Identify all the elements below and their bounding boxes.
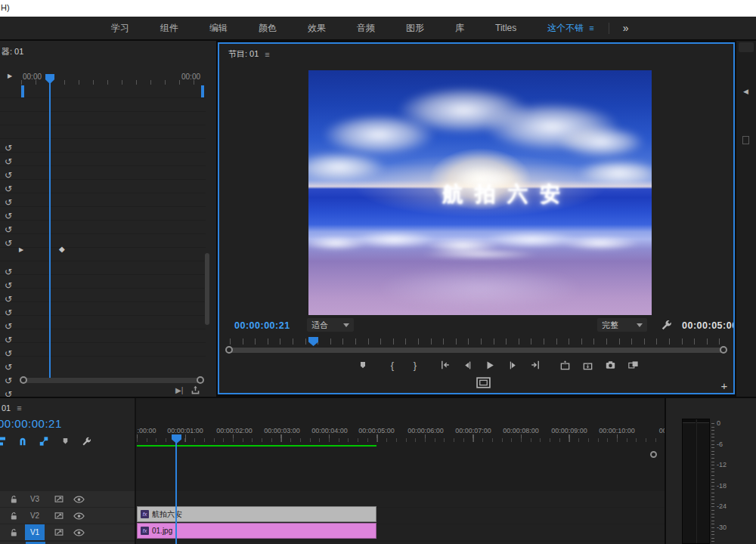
scroll-handle-right[interactable] (720, 346, 727, 354)
ec-playhead-line (49, 83, 51, 379)
reset-parameter-icon[interactable]: ↺ (5, 224, 15, 236)
insert-overwrite-icon[interactable] (0, 434, 12, 448)
zoom-handle-left[interactable] (20, 376, 27, 384)
workspace-tab-menu-icon[interactable]: ≡ (589, 23, 593, 32)
program-scrollbar[interactable] (228, 348, 724, 353)
reset-parameter-icon[interactable]: ↺ (5, 266, 15, 278)
step-forward-button[interactable] (504, 357, 521, 372)
comparison-view-button[interactable] (624, 357, 641, 372)
mark-out-button[interactable]: } (407, 357, 423, 372)
reset-parameter-icon[interactable]: ↺ (5, 280, 15, 292)
sync-lock-icon[interactable] (54, 527, 64, 537)
reset-parameter-icon[interactable]: ↺ (5, 348, 15, 360)
workspace-tab[interactable]: Titles (482, 17, 534, 39)
track-visibility-eye-icon[interactable] (73, 512, 85, 521)
reset-parameter-icon[interactable]: ↺ (5, 320, 15, 332)
reset-parameter-icon[interactable]: ↺ (5, 307, 15, 319)
export-icon[interactable] (191, 385, 200, 395)
workspace-tab[interactable]: 这个不错 ≡ (534, 17, 606, 39)
reset-parameter-icon[interactable]: ↺ (5, 169, 15, 181)
timeline-tab[interactable]: 01 ≡ (2, 403, 22, 413)
effect-controls-tab[interactable]: 器: 01 (2, 46, 23, 57)
program-playhead[interactable] (308, 337, 318, 346)
window-titlebar: H) (0, 0, 756, 17)
ec-vertical-scrollbar[interactable] (205, 253, 209, 325)
safe-margins-button[interactable] (476, 377, 491, 388)
panel-menu-icon[interactable]: ≡ (17, 403, 21, 413)
track-lock-icon[interactable] (9, 494, 19, 505)
track-target-button[interactable]: V1 (25, 524, 45, 540)
timeline-playhead[interactable] (172, 434, 181, 444)
playback-resolution-dropdown[interactable]: 完整 (597, 318, 647, 332)
play-audio-icon[interactable]: ▶| (175, 386, 183, 394)
step-back-button[interactable] (459, 357, 476, 372)
timeline-clip[interactable]: fx 01.jpg (137, 523, 376, 539)
program-settings-wrench-icon[interactable] (660, 319, 674, 332)
clip-label: 航拍六安 (152, 509, 182, 520)
track-lock-icon[interactable] (9, 511, 19, 521)
ruler-label: 00:00:02:00 (216, 427, 253, 434)
property-twirl-icon[interactable]: ▶ (19, 246, 23, 253)
track-target-button[interactable]: V2 (25, 508, 45, 524)
collapse-left-icon[interactable]: ◀ (743, 88, 748, 95)
scroll-handle-left[interactable] (225, 346, 233, 354)
track-visibility-eye-icon[interactable] (73, 528, 85, 537)
add-marker-button[interactable] (355, 357, 371, 372)
program-video-frame[interactable]: 航拍六安 (308, 70, 652, 315)
program-monitor-tab[interactable]: 节目: 01 ≡ (228, 48, 270, 60)
snap-icon[interactable] (12, 434, 33, 448)
play-button[interactable] (482, 357, 498, 372)
keyframe-icon[interactable]: ◆ (59, 245, 65, 253)
go-to-out-button[interactable] (527, 357, 544, 372)
workspace-tab[interactable]: 学习 (98, 17, 147, 39)
reset-parameter-icon[interactable]: ↺ (5, 196, 15, 209)
reset-parameter-icon[interactable]: ↺ (5, 142, 15, 154)
workspace-tab[interactable]: 图形 (393, 17, 442, 39)
timeline-clip[interactable]: fx 航拍六安 (137, 506, 376, 522)
zoom-level-dropdown[interactable]: 适合 (307, 318, 354, 332)
workspace-tab[interactable]: 颜色 (246, 17, 295, 39)
timeline-add-marker-icon[interactable] (54, 434, 76, 448)
timeline-tab-label: 01 (2, 403, 11, 413)
workspace-tab[interactable]: 效果 (295, 17, 344, 39)
lift-button[interactable] (556, 357, 573, 372)
program-time-ruler[interactable] (230, 338, 730, 345)
reset-parameter-icon[interactable]: ↺ (5, 375, 15, 387)
sync-lock-icon[interactable] (54, 494, 64, 504)
sync-lock-icon[interactable] (54, 511, 64, 521)
track-target-button[interactable]: V3 (25, 491, 45, 507)
button-editor-plus[interactable]: + (718, 379, 730, 392)
program-current-timecode[interactable]: 00:00:00:21 (234, 320, 290, 331)
workspace-tab[interactable]: 音频 (344, 17, 393, 39)
timeline-ruler-minor-ticks[interactable] (137, 438, 665, 442)
workspace-overflow-button[interactable]: » (614, 22, 638, 34)
reset-parameter-icon[interactable]: ↺ (5, 156, 15, 168)
collapsed-panel-thumb[interactable] (742, 136, 749, 144)
track-lane-v3[interactable] (136, 491, 665, 507)
track-visibility-eye-icon[interactable] (73, 495, 85, 504)
reset-parameter-icon[interactable]: ↺ (5, 237, 15, 249)
extract-button[interactable] (579, 357, 596, 372)
track-header: V2 (0, 508, 135, 524)
zoom-handle-right[interactable] (197, 376, 204, 384)
collapsed-panel-tab[interactable] (739, 42, 754, 52)
reset-parameter-icon[interactable]: ↺ (5, 293, 15, 305)
export-frame-button[interactable] (602, 357, 618, 372)
reset-parameter-icon[interactable]: ↺ (5, 361, 15, 373)
twirl-open-icon[interactable]: ▶ (8, 73, 12, 79)
mark-in-button[interactable]: { (384, 357, 401, 372)
reset-parameter-icon[interactable]: ↺ (5, 388, 15, 397)
timeline-settings-wrench-icon[interactable] (76, 434, 97, 448)
ec-horizontal-zoom-scrollbar[interactable] (23, 378, 201, 383)
reset-parameter-icon[interactable]: ↺ (5, 183, 15, 195)
linked-selection-icon[interactable] (33, 434, 54, 448)
go-to-in-button[interactable] (436, 357, 453, 372)
panel-menu-icon[interactable]: ≡ (265, 50, 269, 59)
workspace-tab[interactable]: 库 (442, 17, 482, 39)
reset-parameter-icon[interactable]: ↺ (5, 334, 15, 346)
track-lock-icon[interactable] (9, 527, 19, 538)
workspace-tab[interactable]: 编辑 (197, 17, 246, 39)
reset-parameter-icon[interactable]: ↺ (5, 210, 15, 222)
workspace-tab[interactable]: 组件 (147, 17, 197, 39)
timeline-scrollbar-handle[interactable] (650, 451, 657, 458)
